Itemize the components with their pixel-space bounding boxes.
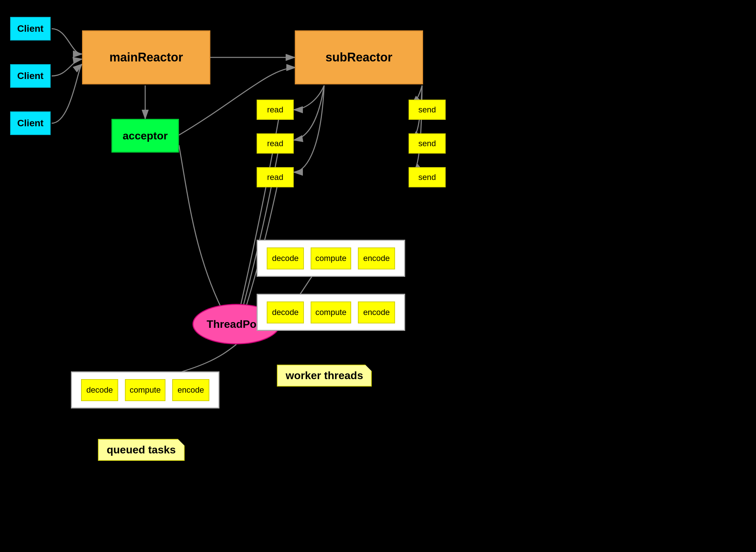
worker-threads-label: worker threads bbox=[286, 369, 363, 382]
worker2-decode: decode bbox=[267, 301, 304, 323]
queued-tasks-note: queued tasks bbox=[98, 439, 185, 461]
worker1-compute: compute bbox=[311, 247, 351, 269]
worker2-compute: compute bbox=[311, 301, 351, 323]
sub-reactor-box: subReactor bbox=[295, 30, 423, 84]
send-box-2: send bbox=[409, 133, 446, 154]
sub-reactor-label: subReactor bbox=[325, 50, 392, 64]
worker-threads-note: worker threads bbox=[277, 365, 372, 387]
client-box-2: Client bbox=[10, 64, 51, 88]
queued-compute: compute bbox=[125, 379, 165, 401]
send-box-1: send bbox=[409, 100, 446, 120]
queued-encode: encode bbox=[172, 379, 209, 401]
worker-group-1: decode compute encode bbox=[257, 240, 405, 277]
acceptor-box: acceptor bbox=[111, 119, 179, 153]
queued-tasks-group: decode compute encode bbox=[71, 371, 219, 409]
acceptor-label: acceptor bbox=[123, 130, 167, 142]
worker2-encode: encode bbox=[358, 301, 395, 323]
diagram-container: Client Client Client mainReactor subReac… bbox=[0, 0, 756, 552]
read-box-2: read bbox=[257, 133, 294, 154]
main-reactor-box: mainReactor bbox=[82, 30, 210, 84]
client-box-1: Client bbox=[10, 17, 51, 41]
worker1-decode: decode bbox=[267, 247, 304, 269]
queued-decode: decode bbox=[81, 379, 118, 401]
send-box-3: send bbox=[409, 167, 446, 187]
client-box-3: Client bbox=[10, 111, 51, 135]
client-label-2: Client bbox=[17, 71, 44, 81]
queued-tasks-label: queued tasks bbox=[107, 444, 176, 456]
main-reactor-label: mainReactor bbox=[109, 50, 183, 64]
client-label-1: Client bbox=[17, 23, 44, 34]
client-label-3: Client bbox=[17, 118, 44, 129]
worker-group-2: decode compute encode bbox=[257, 294, 405, 331]
read-box-1: read bbox=[257, 100, 294, 120]
worker1-encode: encode bbox=[358, 247, 395, 269]
read-box-3: read bbox=[257, 167, 294, 187]
